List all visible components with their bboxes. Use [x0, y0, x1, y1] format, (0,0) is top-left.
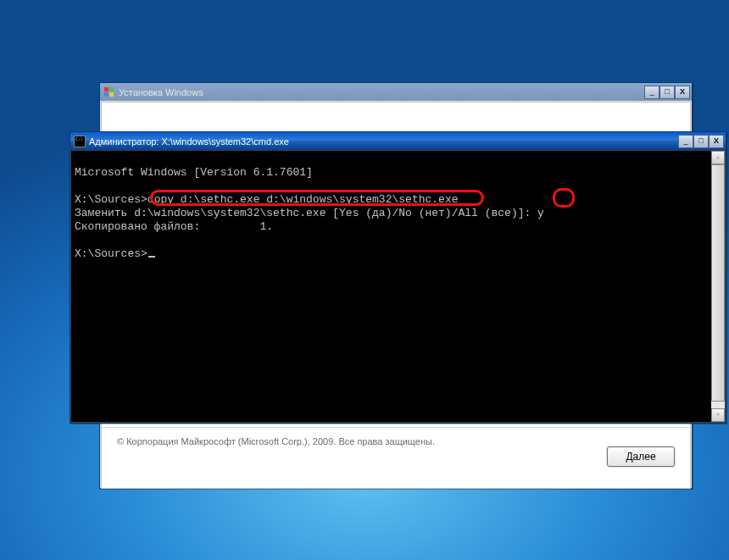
scroll-thumb[interactable] [711, 164, 725, 402]
close-button[interactable]: X [675, 86, 690, 99]
minimize-button[interactable]: _ [678, 135, 693, 148]
cmd-cursor [148, 256, 155, 258]
scroll-down-button[interactable]: ▼ [711, 408, 725, 422]
close-button[interactable]: X [709, 135, 724, 148]
svg-rect-0 [104, 87, 109, 91]
svg-rect-1 [109, 87, 114, 91]
installer-title: Установка Windows [119, 87, 644, 97]
console-scrollbar[interactable]: ▲ ▼ [711, 151, 725, 422]
cmd-copied-line: Скопировано файлов: 1. [75, 220, 273, 233]
scroll-up-button[interactable]: ▲ [711, 151, 725, 164]
windows-flag-icon [103, 86, 115, 98]
cmd-banner: Microsoft Windows [Version 6.1.7601] [75, 166, 313, 179]
cmd-prompt: X:\Sources> [75, 193, 147, 206]
cmd-replace-question: Заменить d:\windows\system32\sethc.exe [… [75, 207, 537, 219]
cmd-titlebar[interactable]: Администратор: X:\windows\system32\cmd.e… [70, 132, 726, 150]
maximize-button[interactable]: □ [693, 135, 709, 148]
next-button[interactable]: Далее [607, 446, 675, 467]
minimize-button[interactable]: _ [644, 86, 659, 99]
cmd-typed-command: copy d:\sethc.exe d:\windows\system32\se… [147, 193, 459, 206]
installer-titlebar[interactable]: Установка Windows _ □ X [100, 83, 692, 101]
maximize-button[interactable]: □ [659, 86, 675, 99]
cmd-icon [74, 136, 86, 147]
svg-rect-2 [104, 92, 109, 97]
installer-bottombar: © Корпорация Майкрософт (Microsoft Corp.… [102, 427, 690, 488]
cmd-console[interactable]: Microsoft Windows [Version 6.1.7601] X:\… [70, 150, 726, 423]
cmd-replace-answer: y [537, 207, 544, 219]
copyright-text: © Корпорация Майкрософт (Microsoft Corp.… [117, 436, 675, 446]
svg-rect-3 [109, 92, 114, 97]
cmd-title: Администратор: X:\windows\system32\cmd.e… [89, 136, 678, 147]
cmd-prompt: X:\Sources> [75, 247, 147, 260]
cmd-window: Администратор: X:\windows\system32\cmd.e… [70, 131, 726, 424]
